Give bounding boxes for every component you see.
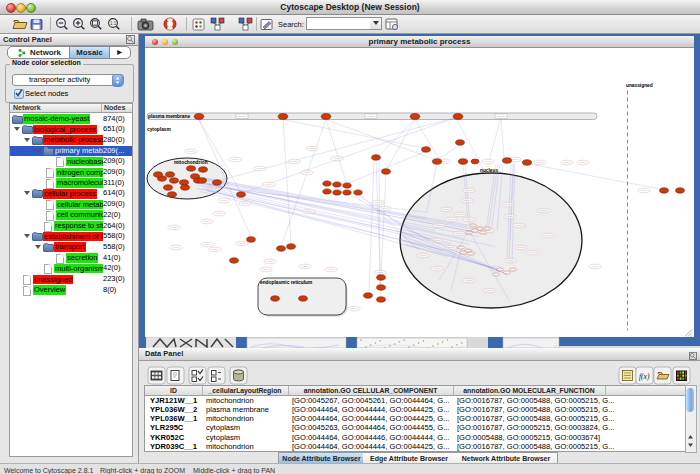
svg-text:1:1: 1:1 <box>110 21 117 26</box>
svg-text:endoplasmic reticulum: endoplasmic reticulum <box>260 280 312 285</box>
svg-text:f(x): f(x) <box>639 372 650 381</box>
svg-text:mitochondrion: mitochondrion <box>174 160 208 165</box>
svg-text:cytoplasm: cytoplasm <box>147 127 171 132</box>
svg-text:nucleus: nucleus <box>480 168 498 173</box>
svg-text:unassigned: unassigned <box>626 83 653 88</box>
svg-text:plasma membrane: plasma membrane <box>148 114 190 119</box>
